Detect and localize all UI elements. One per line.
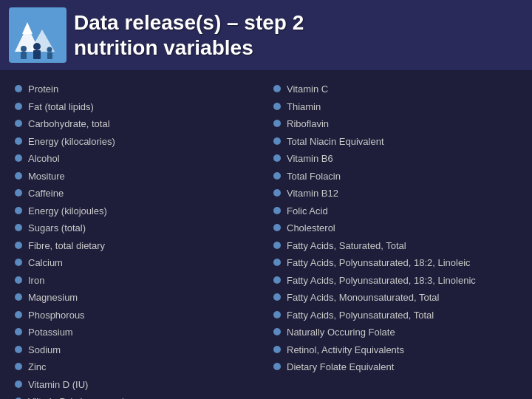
svg-point-6	[33, 43, 41, 50]
list-item: Vitamin C	[273, 81, 517, 98]
bullet-icon	[15, 346, 22, 353]
item-text: Potassium	[28, 325, 73, 340]
item-text: Retinol, Activity Equivalents	[287, 343, 404, 358]
item-text: Iron	[28, 273, 44, 288]
item-text: Fatty Acids, Polyunsaturated, Total	[287, 308, 434, 323]
list-item: Fatty Acids, Saturated, Total	[273, 237, 517, 255]
list-item: Dietary Folate Equivalent	[273, 358, 517, 376]
list-item: Potassium	[15, 324, 259, 341]
list-item: Energy (kilojoules)	[15, 202, 259, 220]
list-item: Sodium	[15, 341, 259, 359]
item-text: Sugars (total)	[28, 221, 86, 236]
list-item: Calcium	[15, 254, 259, 272]
item-text: Vitamin C	[287, 82, 328, 97]
svg-rect-7	[33, 50, 41, 59]
bullet-icon	[273, 293, 281, 301]
item-text: Zinc	[28, 360, 47, 375]
content-area: Protein Fat (total lipids) Carbohydrate,…	[0, 70, 532, 399]
item-text: Calcium	[28, 256, 63, 270]
bullet-icon	[273, 346, 281, 353]
bullet-icon	[273, 242, 281, 249]
svg-point-8	[47, 47, 52, 52]
list-item: Fatty Acids, Polyunsaturated, 18:2, Lino…	[273, 254, 517, 272]
item-text: Fat (total lipids)	[28, 100, 94, 115]
right-column: Vitamin C Thiamin Riboflavin Total Niaci…	[273, 81, 517, 399]
item-text: Fatty Acids, Polyunsaturated, 18:3, Lino…	[287, 273, 476, 288]
bullet-icon	[15, 259, 22, 266]
list-item: Viitmin D (micrograms)	[15, 393, 259, 399]
bullet-icon	[15, 172, 22, 180]
list-item: Mositure	[15, 168, 259, 185]
bullet-icon	[273, 103, 281, 110]
bullet-icon	[15, 242, 22, 249]
item-text: Viitmin D (micrograms)	[28, 395, 126, 399]
svg-rect-5	[21, 52, 27, 59]
bullet-icon	[15, 381, 22, 388]
list-item: Retinol, Activity Equivalents	[273, 341, 517, 359]
header: Data release(s) – step 2 nutrition varia…	[0, 0, 532, 70]
bullet-icon	[273, 224, 281, 231]
list-item: Alcohol	[15, 150, 259, 168]
list-item: Fibre, total dietary	[15, 237, 259, 255]
bullet-icon	[273, 137, 281, 145]
header-title: Data release(s) – step 2 nutrition varia…	[74, 10, 304, 60]
item-text: Fibre, total dietary	[28, 239, 105, 253]
list-item: Fatty Acids, Polyunsaturated, Total	[273, 307, 517, 324]
bullet-icon	[273, 85, 281, 92]
item-text: Vitamin B6	[287, 151, 333, 166]
item-text: Sodium	[28, 343, 61, 358]
list-item: Carbohydrate, total	[15, 115, 259, 133]
bullet-icon	[15, 189, 22, 197]
item-text: Energy (kilojoules)	[28, 204, 107, 219]
item-text: Riboflavin	[287, 117, 329, 132]
item-text: Fatty Acids, Monounsaturated, Total	[287, 290, 439, 305]
title-line2: nutrition variables	[74, 35, 304, 61]
bullet-icon	[15, 120, 22, 127]
bullet-icon	[273, 207, 281, 214]
item-text: Dietary Folate Equivalent	[287, 360, 394, 375]
item-text: Thiamin	[287, 100, 321, 115]
bullet-icon	[273, 120, 281, 127]
bullet-icon	[273, 189, 281, 197]
item-text: Vitamin B12	[287, 186, 338, 201]
bullet-icon	[15, 293, 22, 301]
bullet-icon	[15, 311, 22, 318]
list-item: Cholesterol	[273, 219, 517, 237]
list-item: Caffeine	[15, 185, 259, 202]
list-item: Fat (total lipids)	[15, 98, 259, 116]
bullet-icon	[273, 311, 281, 318]
item-text: Vitamin D (IU)	[28, 378, 88, 392]
item-text: Total Folacin	[287, 169, 341, 184]
list-item: Sugars (total)	[15, 219, 259, 237]
item-text: Fatty Acids, Polyunsaturated, 18:2, Lino…	[287, 256, 471, 270]
item-text: Caffeine	[28, 186, 64, 201]
list-item: Total Folacin	[273, 168, 517, 185]
bullet-icon	[15, 85, 22, 92]
item-text: Protein	[28, 82, 58, 97]
list-item: Zinc	[15, 358, 259, 376]
list-item: Naturally Occuring Folate	[273, 324, 517, 341]
item-text: Phosphorous	[28, 308, 85, 323]
bullet-icon	[273, 276, 281, 284]
item-text: Mositure	[28, 169, 65, 184]
list-item: Vitamin B12	[273, 185, 517, 202]
list-item: Fatty Acids, Monounsaturated, Total	[273, 289, 517, 307]
bullet-icon	[15, 207, 22, 214]
list-item: Total Niacin Equivalent	[273, 133, 517, 151]
bullet-icon	[273, 154, 281, 162]
list-item: Fatty Acids, Polyunsaturated, 18:3, Lino…	[273, 272, 517, 290]
bullet-icon	[15, 276, 22, 284]
item-text: Energy (kilocalories)	[28, 134, 115, 149]
bullet-icon	[273, 172, 281, 180]
bullet-icon	[15, 103, 22, 110]
list-item: Riboflavin	[273, 115, 517, 133]
list-item: Vitamin D (IU)	[15, 376, 259, 394]
item-text: Naturally Occuring Folate	[287, 325, 395, 340]
bullet-icon	[15, 137, 22, 145]
bullet-icon	[273, 363, 281, 370]
header-icon	[9, 7, 66, 63]
list-item: Protein	[15, 81, 259, 98]
item-text: Cholesterol	[287, 221, 335, 236]
item-text: Carbohydrate, total	[28, 117, 110, 132]
title-line1: Data release(s) – step 2	[74, 10, 304, 35]
